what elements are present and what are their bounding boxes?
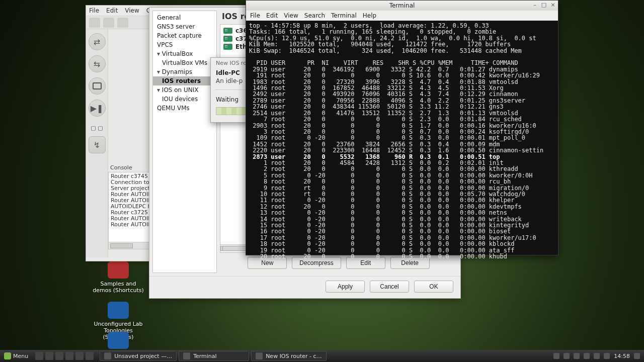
ql-icon[interactable] (35, 352, 43, 360)
tree-item[interactable]: IOS routers (153, 76, 216, 85)
dock-hosts-icon[interactable] (89, 77, 106, 95)
dock-link-icon[interactable]: ↯ (89, 136, 106, 153)
menu-item[interactable]: View (284, 12, 298, 19)
menu-label: Menu (13, 353, 28, 359)
tray-icon[interactable] (594, 353, 600, 359)
menu-item[interactable]: View (125, 7, 139, 14)
ql-icon[interactable] (45, 352, 53, 360)
ok-button[interactable]: OK (414, 281, 453, 293)
dock-switches-icon[interactable]: ⇆ (89, 55, 106, 72)
terminal-window: Terminal – □ × FileEditViewSearchTermina… (246, 0, 558, 255)
tree-item[interactable]: QEMU VMs (153, 104, 216, 113)
toolbar-icon[interactable] (117, 18, 128, 28)
ql-icon[interactable] (86, 352, 94, 360)
prefs-tree[interactable]: GeneralGNS3 serverPacket captureVPCSVirt… (152, 11, 217, 273)
tree-item[interactable]: VirtualBox VMs (153, 58, 216, 67)
mint-icon (4, 352, 11, 359)
system-tray: 14:58 (549, 353, 644, 359)
tree-item[interactable]: VPCS (153, 40, 216, 49)
ql-icon[interactable] (65, 352, 73, 360)
tray-icon[interactable] (584, 353, 590, 359)
ql-icon[interactable] (75, 352, 84, 360)
cancel-button[interactable]: Cancel (370, 281, 409, 293)
taskbar-task[interactable]: Terminal (179, 351, 249, 361)
menu-item[interactable]: Edit (106, 7, 118, 14)
desktop-shortcut[interactable]: Samples and demos (Shortcuts) (88, 261, 148, 294)
taskbar-task[interactable]: Unsaved project —… (100, 351, 177, 361)
terminal-output[interactable]: top - 14:57:58 up 8 min, 2 users, load a… (246, 21, 558, 261)
tray-icon[interactable] (574, 353, 580, 359)
tray-icon[interactable] (634, 353, 640, 359)
menu-item[interactable]: Help (363, 12, 376, 19)
tray-icon[interactable] (553, 353, 559, 359)
terminal-title: Terminal (389, 2, 415, 9)
terminal-titlebar[interactable]: Terminal – □ × (246, 1, 558, 11)
router-icon (223, 28, 232, 34)
toolbar-icon[interactable] (89, 18, 100, 28)
menu-item[interactable]: Edit (266, 12, 278, 19)
tray-icon[interactable] (564, 353, 570, 359)
toolbar-icon[interactable] (103, 18, 114, 28)
apply-button[interactable]: Apply (326, 281, 365, 293)
menu-item[interactable]: Terminal (331, 12, 357, 19)
tray-icon[interactable] (604, 353, 610, 359)
taskbar-task[interactable]: New IOS router - c… (251, 351, 326, 361)
tree-item[interactable]: Packet capture (153, 31, 216, 40)
menu-item[interactable]: File (250, 12, 260, 19)
maximize-icon[interactable]: □ (541, 2, 547, 8)
task-icon (104, 352, 111, 359)
start-menu-button[interactable]: Menu (0, 350, 32, 362)
task-icon (183, 352, 190, 359)
menu-item[interactable]: File (89, 7, 99, 14)
terminal-menubar: FileEditViewSearchTerminalHelp (246, 11, 558, 21)
taskbar: Menu Unsaved project —…TerminalNew IOS r… (0, 350, 644, 362)
close-icon[interactable]: × (550, 2, 556, 8)
tree-item[interactable]: Dynamips (153, 67, 216, 76)
tree-item[interactable]: IOU devices (153, 95, 216, 104)
task-icon (256, 352, 263, 359)
dock-play-icon[interactable]: ▶❚ (89, 100, 106, 117)
tree-item[interactable]: General (153, 13, 216, 22)
dock-routers-icon[interactable]: ⇄ (89, 33, 106, 50)
tree-item[interactable]: IOS on UNIX (153, 85, 216, 95)
minimize-icon[interactable]: – (532, 2, 538, 8)
tree-item[interactable]: GNS3 server (153, 22, 216, 31)
menu-item[interactable]: Search (304, 12, 325, 19)
switch-icon (223, 44, 232, 50)
router-icon (223, 36, 232, 42)
quick-launch (32, 352, 97, 360)
device-dock: ⇄ ⇆ ▶❚ ▢ ▢ ↯ (86, 29, 108, 257)
clock[interactable]: 14:58 (614, 353, 630, 359)
tree-item[interactable]: VirtualBox (153, 49, 216, 58)
ql-icon[interactable] (55, 352, 63, 360)
